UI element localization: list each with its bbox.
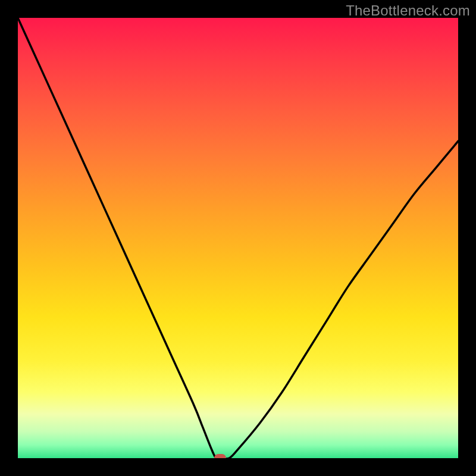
plot-area (18, 18, 458, 458)
minimum-marker (214, 454, 226, 458)
watermark-text: TheBottleneck.com (346, 2, 470, 19)
bottleneck-curve (18, 18, 458, 458)
chart-frame: TheBottleneck.com (0, 0, 476, 476)
